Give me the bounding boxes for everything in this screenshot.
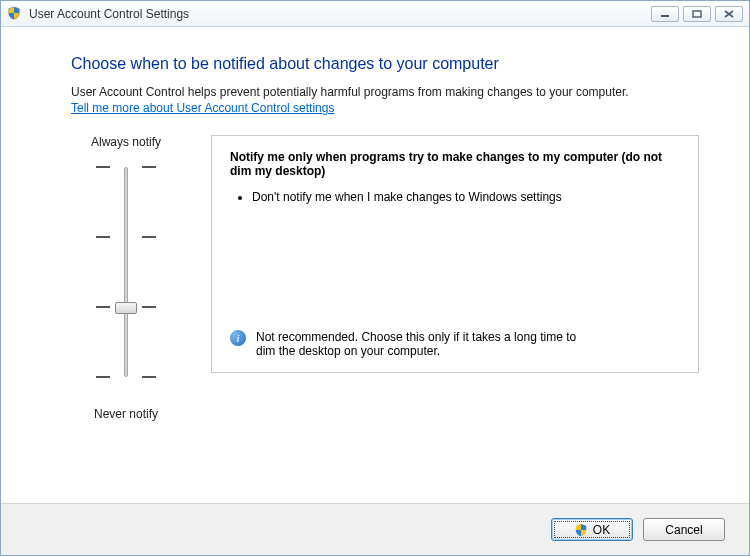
window-title: User Account Control Settings xyxy=(29,7,651,21)
uac-settings-window: User Account Control Settings Choose whe… xyxy=(0,0,750,556)
window-controls xyxy=(651,6,743,22)
shield-icon xyxy=(7,6,23,22)
panel-bullet: Don't notify me when I make changes to W… xyxy=(252,190,572,204)
panel-title: Notify me only when programs try to make… xyxy=(230,150,680,178)
info-icon: i xyxy=(230,330,246,346)
page-heading: Choose when to be notified about changes… xyxy=(71,55,699,73)
slider-top-label: Always notify xyxy=(91,135,161,149)
cancel-button-label: Cancel xyxy=(665,523,702,537)
minimize-button[interactable] xyxy=(651,6,679,22)
cancel-button[interactable]: Cancel xyxy=(643,518,725,541)
panel-bullets: Don't notify me when I make changes to W… xyxy=(252,190,680,330)
svg-rect-0 xyxy=(661,15,669,17)
slider-column: Always notify Never notify xyxy=(71,135,181,421)
close-button[interactable] xyxy=(715,6,743,22)
panel-footnote: Not recommended. Choose this only if it … xyxy=(256,330,590,358)
slider-thumb[interactable] xyxy=(115,302,137,314)
shield-icon xyxy=(574,523,588,537)
slider-track xyxy=(124,167,128,377)
titlebar: User Account Control Settings xyxy=(1,1,749,27)
panel-footer: i Not recommended. Choose this only if i… xyxy=(230,330,590,358)
intro-text: User Account Control helps prevent poten… xyxy=(71,85,699,99)
content-area: Choose when to be notified about changes… xyxy=(1,27,749,503)
ok-button[interactable]: OK xyxy=(551,518,633,541)
description-panel: Notify me only when programs try to make… xyxy=(211,135,699,373)
ok-button-label: OK xyxy=(593,523,610,537)
notification-level-slider[interactable] xyxy=(96,157,156,387)
maximize-button[interactable] xyxy=(683,6,711,22)
button-bar: OK Cancel xyxy=(1,503,749,555)
help-link[interactable]: Tell me more about User Account Control … xyxy=(71,101,334,115)
body-row: Always notify Never notify Notify me onl… xyxy=(71,135,699,421)
svg-rect-1 xyxy=(693,11,701,17)
slider-bottom-label: Never notify xyxy=(94,407,158,421)
